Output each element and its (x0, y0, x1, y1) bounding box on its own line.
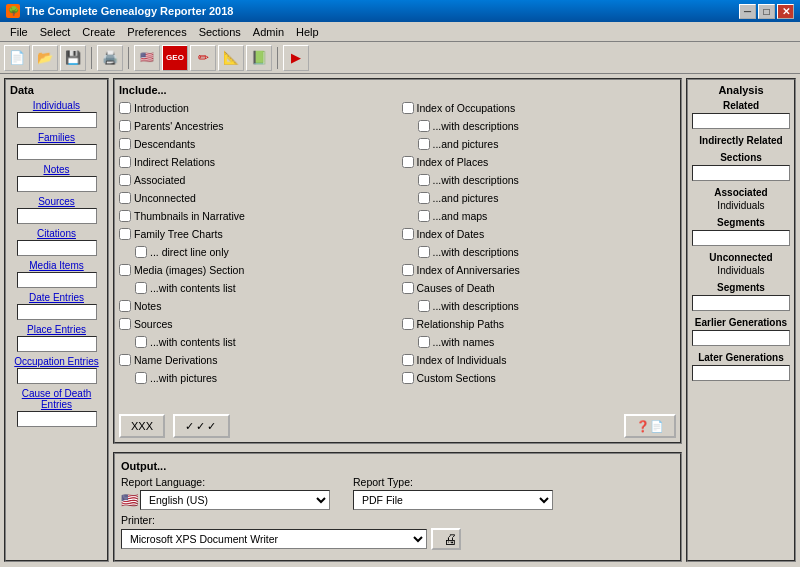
death-with-desc-checkbox[interactable] (418, 300, 430, 312)
include-left-col: Introduction Parents' Ancestries Descend… (119, 100, 394, 410)
date-entries-label[interactable]: Date Entries (29, 292, 84, 303)
sections-label: Sections (692, 152, 790, 163)
places-with-desc-checkbox[interactable] (418, 174, 430, 186)
toolbar-tool2[interactable]: 📐 (218, 45, 244, 71)
include-associated: Associated (119, 172, 394, 188)
toolbar-geo[interactable]: GEO (162, 45, 188, 71)
include-name-derivations: Name Derivations (119, 352, 394, 368)
place-entries-input[interactable] (17, 336, 97, 352)
report-type-select[interactable]: PDF File Word Document HTML Text (353, 490, 553, 510)
toolbar-run[interactable]: ▶ (283, 45, 309, 71)
individuals-label[interactable]: Individuals (33, 100, 80, 111)
include-panel-title: Include... (119, 84, 676, 96)
place-entries-label[interactable]: Place Entries (27, 324, 86, 335)
toolbar-print[interactable]: 🖨️ (97, 45, 123, 71)
include-index-individuals: Index of Individuals (402, 352, 677, 368)
relationship-paths-checkbox[interactable] (402, 318, 414, 330)
menu-preferences[interactable]: Preferences (121, 24, 192, 40)
index-occupations-checkbox[interactable] (402, 102, 414, 114)
occupation-entries-label[interactable]: Occupation Entries (14, 356, 99, 367)
custom-sections-checkbox[interactable] (402, 372, 414, 384)
related-input[interactable] (692, 113, 790, 129)
center-area: Include... Introduction Parents' Ancestr… (113, 78, 682, 562)
unconnected-segments-input[interactable] (692, 295, 790, 311)
toolbar-flag-us[interactable]: 🇺🇸 (134, 45, 160, 71)
notes-label[interactable]: Notes (43, 164, 69, 175)
index-dates-checkbox[interactable] (402, 228, 414, 240)
close-button[interactable]: ✕ (777, 4, 794, 19)
notes-section-checkbox[interactable] (119, 300, 131, 312)
citations-label[interactable]: Citations (37, 228, 76, 239)
xxx-button[interactable]: XXX (119, 414, 165, 438)
menu-sections[interactable]: Sections (193, 24, 247, 40)
cause-of-death-input[interactable] (17, 411, 97, 427)
menu-file[interactable]: File (4, 24, 34, 40)
include-places-and-pictures: ...and pictures (402, 190, 677, 206)
places-and-maps-checkbox[interactable] (418, 210, 430, 222)
include-relationship-paths: Relationship Paths (402, 316, 677, 332)
occ-and-pictures-checkbox[interactable] (418, 138, 430, 150)
direct-line-only-checkbox[interactable] (135, 246, 147, 258)
associated-checkbox[interactable] (119, 174, 131, 186)
cause-of-death-label[interactable]: Cause of Death Entries (10, 388, 103, 410)
sources-input[interactable] (17, 208, 97, 224)
associated-segments-input[interactable] (692, 230, 790, 246)
include-media-section: Media (images) Section (119, 262, 394, 278)
maximize-button[interactable]: □ (758, 4, 775, 19)
sources-contents-checkbox[interactable] (135, 336, 147, 348)
sources-label[interactable]: Sources (38, 196, 75, 207)
with-names-checkbox[interactable] (418, 336, 430, 348)
occ-with-desc-checkbox[interactable] (418, 120, 430, 132)
report-language-select[interactable]: English (US) English (UK) German French … (140, 490, 330, 510)
report-language-field: Report Language: 🇺🇸 English (US) English… (121, 476, 341, 510)
families-input[interactable] (17, 144, 97, 160)
earlier-generations-input[interactable] (692, 330, 790, 346)
date-entries-input[interactable] (17, 304, 97, 320)
menu-select[interactable]: Select (34, 24, 77, 40)
dates-with-desc-checkbox[interactable] (418, 246, 430, 258)
toolbar-new[interactable]: 📄 (4, 45, 30, 71)
index-individuals-checkbox[interactable] (402, 354, 414, 366)
citations-input[interactable] (17, 240, 97, 256)
menu-admin[interactable]: Admin (247, 24, 290, 40)
print-button[interactable]: 🖨 (431, 528, 461, 550)
index-anniversaries-checkbox[interactable] (402, 264, 414, 276)
introduction-checkbox[interactable] (119, 102, 131, 114)
sections-input[interactable] (692, 165, 790, 181)
toolbar-save[interactable]: 💾 (60, 45, 86, 71)
toolbar-open[interactable]: 📂 (32, 45, 58, 71)
media-items-input[interactable] (17, 272, 97, 288)
analysis-later-generations: Later Generations (692, 352, 790, 381)
data-cause-of-death-entries: Cause of Death Entries (10, 388, 103, 427)
minimize-button[interactable]: ─ (739, 4, 756, 19)
media-items-label[interactable]: Media Items (29, 260, 83, 271)
occupation-entries-input[interactable] (17, 368, 97, 384)
toolbar: 📄 📂 💾 🖨️ 🇺🇸 GEO ✏ 📐 📗 ▶ (0, 42, 800, 74)
later-generations-input[interactable] (692, 365, 790, 381)
parents-ancestries-checkbox[interactable] (119, 120, 131, 132)
families-label[interactable]: Families (38, 132, 75, 143)
places-and-pictures-checkbox[interactable] (418, 192, 430, 204)
indirect-relations-checkbox[interactable] (119, 156, 131, 168)
name-derivations-checkbox[interactable] (119, 354, 131, 366)
descendants-checkbox[interactable] (119, 138, 131, 150)
menu-help[interactable]: Help (290, 24, 325, 40)
checkmarks-button[interactable]: ✓✓✓ (173, 414, 230, 438)
toolbar-tool1[interactable]: ✏ (190, 45, 216, 71)
index-places-checkbox[interactable] (402, 156, 414, 168)
thumbnails-checkbox[interactable] (119, 210, 131, 222)
toolbar-tool3[interactable]: 📗 (246, 45, 272, 71)
media-contents-checkbox[interactable] (135, 282, 147, 294)
individuals-input[interactable] (17, 112, 97, 128)
unconnected-checkbox[interactable] (119, 192, 131, 204)
media-section-checkbox[interactable] (119, 264, 131, 276)
family-tree-charts-checkbox[interactable] (119, 228, 131, 240)
info-button[interactable]: ❓📄 (624, 414, 676, 438)
sources-section-checkbox[interactable] (119, 318, 131, 330)
include-direct-line-only: ... direct line only (119, 244, 394, 260)
with-pictures-checkbox[interactable] (135, 372, 147, 384)
causes-of-death-checkbox[interactable] (402, 282, 414, 294)
menu-create[interactable]: Create (76, 24, 121, 40)
printer-select[interactable]: Microsoft XPS Document Writer Adobe PDF … (121, 529, 427, 549)
notes-input[interactable] (17, 176, 97, 192)
